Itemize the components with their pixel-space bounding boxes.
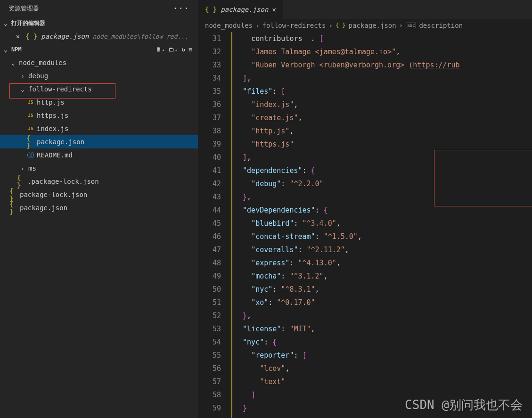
chevron-right-icon: › (399, 22, 403, 29)
tab-package-json[interactable]: { } package.json ✕ (198, 0, 283, 19)
collapse-icon[interactable]: ⊟ (189, 46, 192, 53)
file-tree: ⌄ node_modules › debug ⌄ follow-redirect… (0, 56, 198, 214)
crumb-description[interactable]: description (419, 22, 463, 29)
explorer-header: 资源管理器 ··· (0, 0, 198, 16)
npm-label: NPM (11, 46, 22, 53)
tree-folder-ms[interactable]: › ms (0, 162, 198, 175)
crumb-package-json[interactable]: package.json (349, 22, 396, 29)
tree-folder-follow-redirects[interactable]: ⌄ follow-redirects (0, 82, 198, 96)
string-icon: abc (406, 23, 416, 28)
info-icon: i (26, 152, 35, 158)
tree-file-package-lock[interactable]: { } package-lock.json (0, 188, 198, 201)
npm-section-header[interactable]: ⌄ NPM 🗎₊ 🗀₊ ↻ ⊟ (0, 43, 198, 56)
chevron-right-icon: › (19, 165, 26, 172)
crumb-node-modules[interactable]: node_modules (205, 22, 253, 29)
tree-file-https-js[interactable]: JS https.js (0, 109, 198, 122)
tree-file-package-json[interactable]: { } package.json (0, 135, 198, 148)
chevron-down-icon: ⌄ (9, 59, 17, 66)
chevron-right-icon: › (328, 22, 332, 29)
tree-folder-debug[interactable]: › debug (0, 69, 198, 82)
tree-folder-node-modules[interactable]: ⌄ node_modules (0, 56, 198, 69)
open-file-path: node_modules\follow-red... (92, 33, 188, 40)
editor-tabs: { } package.json ✕ (198, 0, 532, 19)
editor-pane: { } package.json ✕ node_modules › follow… (198, 0, 532, 418)
tree-file-index-js[interactable]: JS index.js (0, 122, 198, 135)
line-gutter: 3132333435363738394041424344454647484950… (198, 32, 231, 418)
js-icon: JS (26, 100, 35, 105)
open-file-row[interactable]: ✕ { } package.json node_modules\follow-r… (0, 30, 198, 43)
close-icon[interactable]: ✕ (14, 33, 22, 40)
npm-actions: 🗎₊ 🗀₊ ↻ ⊟ (156, 46, 196, 53)
json-icon: { } (336, 22, 346, 29)
json-icon: { } (205, 6, 217, 13)
new-file-icon[interactable]: 🗎₊ (156, 46, 165, 53)
more-icon[interactable]: ··· (172, 3, 189, 13)
js-icon: JS (26, 126, 35, 131)
open-editors-header[interactable]: ⌄ 打开的编辑器 (0, 16, 198, 30)
explorer-title: 资源管理器 (8, 4, 39, 13)
chevron-right-icon: › (255, 22, 259, 29)
new-folder-icon[interactable]: 🗀₊ (169, 46, 178, 53)
js-icon: JS (26, 113, 35, 118)
watermark: CSDN @别问我也不会 (405, 397, 523, 413)
refresh-icon[interactable]: ↻ (182, 46, 185, 53)
explorer-sidebar: 资源管理器 ··· ⌄ 打开的编辑器 ✕ { } package.json no… (0, 0, 198, 418)
open-editors-label: 打开的编辑器 (11, 19, 45, 27)
tree-file-http-js[interactable]: JS http.js (0, 96, 198, 109)
json-icon: { } (17, 174, 25, 189)
code-editor[interactable]: 3132333435363738394041424344454647484950… (198, 32, 532, 418)
chevron-down-icon: ⌄ (2, 20, 9, 27)
breadcrumb[interactable]: node_modules › follow-redirects › { } pa… (198, 19, 532, 32)
open-file-name: package.json (41, 33, 89, 40)
json-icon: { } (9, 200, 18, 215)
tree-file-package-lock-dot[interactable]: { } .package-lock.json (0, 175, 198, 188)
chevron-right-icon: › (19, 73, 26, 80)
tree-file-readme[interactable]: i README.md (0, 148, 198, 162)
tree-file-root-package-json[interactable]: { } package.json (0, 201, 198, 214)
json-icon: { } (26, 134, 35, 149)
json-icon: { } (25, 33, 37, 40)
code-content[interactable]: contributors . [ "James Talmage <james@t… (231, 32, 532, 418)
chevron-down-icon: ⌄ (19, 86, 26, 93)
chevron-down-icon: ⌄ (2, 46, 9, 53)
tab-label: package.json (221, 6, 268, 13)
close-icon[interactable]: ✕ (272, 6, 276, 13)
crumb-follow-redirects[interactable]: follow-redirects (262, 22, 326, 29)
